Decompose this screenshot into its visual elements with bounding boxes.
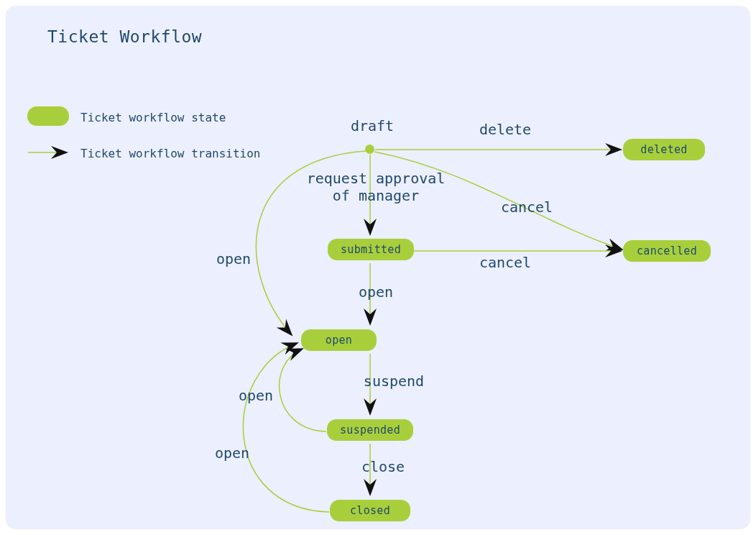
state-cancelled: cancelled	[623, 240, 711, 262]
legend-transition-label: Ticket workflow transition	[80, 147, 260, 160]
legend-state-label: Ticket workflow state	[80, 111, 226, 124]
state-suspended: suspended	[327, 419, 413, 441]
start-node	[365, 145, 374, 154]
legend-state-swatch	[27, 106, 69, 126]
edge-label-suspended-open: open	[223, 387, 288, 404]
edges-layer	[6, 6, 750, 529]
edge-label-draft-cancel: cancel	[487, 198, 566, 216]
edge-label-delete: delete	[462, 121, 548, 138]
start-node-label: draft	[329, 117, 415, 134]
edge-label-suspend: suspend	[347, 372, 441, 390]
edge-label-closed-open: open	[200, 444, 264, 462]
edge-label-draft-open: open	[201, 250, 266, 268]
edge-closed-open	[243, 343, 329, 512]
edge-label-close: close	[344, 458, 423, 475]
edge-label-request-approval: request approval of manager	[293, 170, 458, 204]
edge-label-submitted-open: open	[344, 283, 408, 301]
state-deleted: deleted	[623, 139, 705, 160]
diagram-canvas: Ticket Workflow Ticket workflow state Ti…	[6, 6, 750, 529]
state-open: open	[301, 329, 377, 351]
state-submitted: submitted	[328, 239, 414, 260]
diagram-title: Ticket Workflow	[47, 27, 202, 46]
state-closed: closed	[330, 500, 410, 521]
edge-label-submitted-cancel: cancel	[466, 254, 545, 271]
